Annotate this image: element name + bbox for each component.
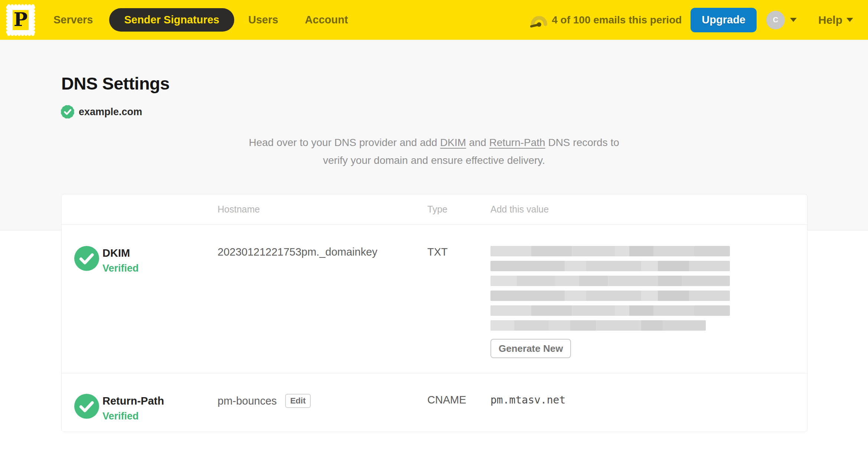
table-header-row: Hostname Type Add this value [62, 194, 807, 225]
dkim-link[interactable]: DKIM [440, 137, 466, 148]
upgrade-button[interactable]: Upgrade [691, 8, 757, 32]
generate-new-button[interactable]: Generate New [490, 339, 571, 358]
postmark-logo[interactable]: P [6, 4, 36, 36]
help-caret-icon [846, 18, 853, 22]
verified-seal-icon [61, 105, 75, 119]
return-path-record-type: CNAME [427, 373, 490, 432]
check-circle-icon [74, 394, 99, 419]
top-navbar: P Servers Sender Signatures Users Accoun… [0, 0, 868, 40]
check-circle-icon [74, 246, 99, 271]
return-path-hostname-cell: pm-bounces Edit [218, 373, 427, 432]
edit-button[interactable]: Edit [285, 394, 311, 408]
help-menu[interactable]: Help [818, 14, 853, 26]
dkim-value-cell: Generate New [490, 225, 807, 373]
usage-counter: 4 of 100 emails this period [552, 14, 682, 26]
intro-part-4: verify your domain and ensure effective … [137, 152, 731, 169]
record-name: Return-Path [102, 395, 164, 407]
return-path-value: pm.mtasv.net [490, 394, 565, 406]
page-title: DNS Settings [61, 73, 868, 94]
intro-part-3: DNS records to [545, 137, 619, 148]
redacted-dkim-value [490, 246, 730, 331]
record-status-badge: Verified [102, 263, 139, 274]
nav-item-sender-signatures[interactable]: Sender Signatures [109, 8, 234, 32]
record-name: DKIM [102, 247, 139, 259]
intro-part-2: and [466, 137, 489, 148]
dkim-status-cell: DKIM Verified [62, 225, 218, 373]
primary-nav: Servers Sender Signatures Users Account [53, 8, 348, 32]
account-menu-caret-icon[interactable] [790, 18, 797, 22]
return-path-status-cell: Return-Path Verified [62, 373, 218, 432]
header-type: Type [427, 204, 490, 215]
redacted-value-bar [490, 261, 730, 271]
redacted-value-bar [490, 291, 730, 301]
nav-item-users[interactable]: Users [248, 14, 278, 26]
redacted-value-bar [490, 246, 730, 256]
dkim-record-type: TXT [427, 225, 490, 373]
domain-row: example.com [61, 105, 868, 119]
header-hostname: Hostname [218, 204, 427, 215]
intro-part-1: Head over to your DNS provider and add [249, 137, 440, 148]
redacted-value-bar [490, 276, 730, 286]
nav-item-account[interactable]: Account [305, 14, 348, 26]
redacted-value-bar [490, 320, 706, 331]
usage-gauge-icon [530, 13, 548, 27]
record-status-badge: Verified [102, 411, 164, 422]
navbar-right: 4 of 100 emails this period Upgrade C He… [530, 8, 853, 32]
redacted-value-bar [490, 305, 730, 316]
table-row-return-path: Return-Path Verified pm-bounces Edit CNA… [62, 373, 807, 432]
dns-records-table: Hostname Type Add this value DKIM Verifi… [61, 194, 807, 432]
header-add-this-value: Add this value [490, 204, 807, 215]
user-avatar[interactable]: C [766, 11, 785, 29]
logo-letter: P [14, 9, 28, 30]
dkim-hostname: 20230121221753pm._domainkey [218, 225, 427, 373]
intro-text: Head over to your DNS provider and add D… [137, 134, 731, 169]
domain-name: example.com [79, 106, 142, 118]
help-label: Help [818, 14, 842, 26]
table-row-dkim: DKIM Verified 20230121221753pm._domainke… [62, 225, 807, 373]
return-path-link[interactable]: Return-Path [489, 137, 545, 148]
nav-item-servers[interactable]: Servers [53, 14, 93, 26]
main-content: DNS Settings example.com Head over to yo… [0, 73, 868, 432]
return-path-hostname: pm-bounces [218, 395, 277, 407]
